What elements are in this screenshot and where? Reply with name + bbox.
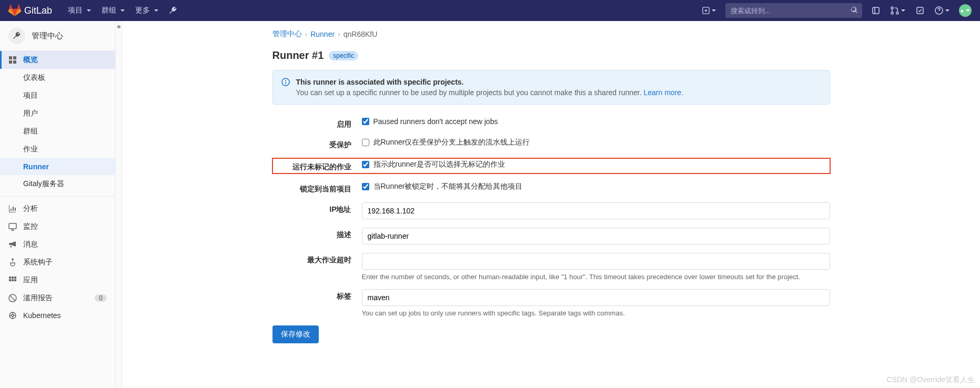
sidebar-messages[interactable]: 消息	[0, 236, 115, 253]
svg-rect-21	[285, 81, 286, 84]
sidebar-applications[interactable]: 应用	[0, 271, 115, 289]
locked-checkbox[interactable]	[362, 183, 369, 190]
analytics-icon	[8, 205, 17, 213]
kubernetes-icon	[8, 311, 17, 320]
row-untagged: 运行未标记的作业 指示此runner是否可以选择无标记的作业	[272, 158, 830, 173]
sidebar-projects[interactable]: 项目	[0, 87, 115, 105]
ip-input[interactable]	[362, 202, 830, 219]
tags-hint: You can set up jobs to only use runners …	[362, 309, 830, 317]
info-icon	[281, 78, 290, 97]
nav-projects[interactable]: 项目	[63, 6, 96, 15]
nav-groups[interactable]: 群组	[96, 6, 130, 15]
bullhorn-icon	[8, 240, 17, 249]
sidebar-title: 管理中心	[32, 31, 63, 41]
page-title: Runner #1 specific	[272, 49, 830, 62]
row-desc: 描述	[272, 228, 830, 244]
abuse-badge: 0	[95, 294, 107, 302]
merge-requests-icon[interactable]	[885, 6, 911, 15]
todos-icon[interactable]	[911, 6, 930, 15]
sidebar-dashboard[interactable]: 仪表板	[0, 69, 115, 87]
svg-rect-8	[9, 223, 16, 229]
svg-point-9	[12, 259, 13, 260]
sidebar-runner[interactable]: Runner	[0, 158, 115, 175]
sidebar-groups[interactable]: 群组	[0, 122, 115, 140]
sidebar-collapse-handle[interactable]	[116, 21, 122, 388]
row-ip: IP地址	[272, 202, 830, 219]
svg-rect-5	[13, 56, 16, 59]
sidebar-kubernetes[interactable]: Kubernetes	[0, 307, 115, 324]
sidebar-jobs[interactable]: 作业	[0, 140, 115, 158]
sidebar-monitoring[interactable]: 监控	[0, 218, 115, 236]
plus-icon[interactable]	[697, 7, 721, 14]
sidebar-hooks[interactable]: 系统钩子	[0, 253, 115, 271]
svg-rect-14	[12, 279, 14, 281]
row-tags: 标签 You can set up jobs to only use runne…	[272, 289, 830, 317]
sidebar-gitaly[interactable]: Gitaly服务器	[0, 175, 115, 193]
wrench-icon[interactable]	[164, 6, 183, 15]
search-box[interactable]	[725, 3, 862, 18]
svg-point-20	[285, 80, 286, 81]
enable-checkbox[interactable]	[362, 118, 369, 125]
svg-rect-12	[14, 277, 16, 279]
row-locked: 锁定到当前项目 当Runner被锁定时，不能将其分配给其他项目	[272, 182, 830, 194]
svg-rect-7	[13, 60, 16, 64]
overview-icon	[8, 56, 17, 64]
row-timeout: 最大作业超时 Enter the number of seconds, or o…	[272, 253, 830, 281]
watermark: CSDN @Override笑看人生	[887, 375, 975, 385]
hook-icon	[8, 258, 17, 267]
runner-tag: specific	[329, 51, 358, 60]
info-callout: This runner is associated with specific …	[272, 70, 830, 105]
main-content: 管理中心 › Runner › qnR68KfU Runner #1 speci…	[122, 21, 980, 388]
info-title: This runner is associated with specific …	[296, 78, 683, 86]
info-link[interactable]: Learn more.	[644, 88, 683, 97]
search-input[interactable]	[725, 7, 846, 15]
svg-rect-10	[9, 277, 11, 279]
admin-icon	[8, 27, 25, 44]
svg-point-18	[12, 314, 14, 316]
monitor-icon	[8, 222, 17, 231]
save-button[interactable]: 保存修改	[272, 325, 319, 343]
sidebar-analytics[interactable]: 分析	[0, 200, 115, 218]
sidebar: 管理中心 概览 仪表板 项目 用户 群组 作业 Runner Gitaly服务器…	[0, 21, 116, 388]
breadcrumb-current: qnR68KfU	[343, 30, 378, 38]
svg-rect-11	[12, 277, 14, 279]
svg-rect-1	[873, 7, 879, 14]
breadcrumb: 管理中心 › Runner › qnR68KfU	[272, 29, 830, 39]
row-enable: 启用 Paused runners don't accept new jobs	[272, 117, 830, 129]
sidebar-abuse[interactable]: 滥用报告0	[0, 289, 115, 307]
issues-icon[interactable]	[866, 6, 885, 15]
sidebar-header[interactable]: 管理中心	[0, 21, 115, 51]
tags-input[interactable]	[362, 289, 830, 306]
untagged-checkbox[interactable]	[362, 161, 369, 168]
help-icon[interactable]	[930, 6, 955, 15]
svg-rect-13	[9, 279, 11, 281]
search-icon	[846, 6, 862, 15]
svg-rect-6	[9, 60, 12, 64]
sidebar-users[interactable]: 用户	[0, 105, 115, 122]
brand-logo[interactable]: GitLab	[8, 4, 52, 17]
info-desc: You can set up a specific runner to be u…	[296, 88, 683, 97]
protected-checkbox[interactable]	[362, 139, 369, 146]
nav-more[interactable]: 更多	[130, 6, 164, 15]
breadcrumb-admin[interactable]: 管理中心	[272, 29, 302, 39]
timeout-input[interactable]	[362, 253, 830, 270]
apps-icon	[8, 276, 17, 284]
abuse-icon	[8, 294, 17, 302]
user-avatar[interactable]: ●	[959, 4, 972, 17]
timeout-hint: Enter the number of seconds, or other hu…	[362, 273, 830, 281]
desc-input[interactable]	[362, 228, 830, 244]
brand-text: GitLab	[24, 5, 52, 16]
svg-rect-15	[14, 279, 16, 281]
top-nav: GitLab 项目 群组 更多 ●	[0, 0, 980, 21]
sidebar-overview[interactable]: 概览	[0, 51, 115, 69]
svg-rect-4	[9, 56, 12, 59]
breadcrumb-runner[interactable]: Runner	[310, 30, 335, 38]
gitlab-icon	[8, 4, 21, 17]
row-protected: 受保护 此Runner仅在受保护分支上触发的流水线上运行	[272, 138, 830, 150]
